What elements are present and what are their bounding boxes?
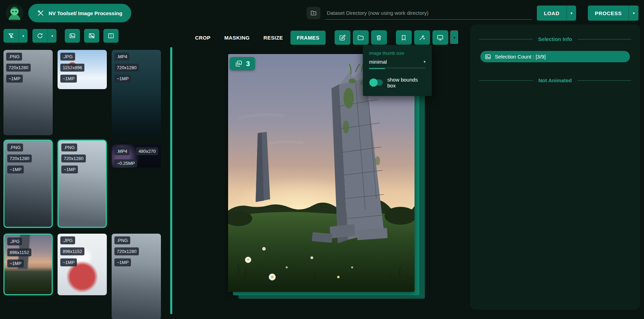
dataset-folder-button[interactable]: [307, 7, 320, 19]
image-icon: [484, 53, 491, 60]
thumbnail-7[interactable]: .JPG 896x1152 ~1MP: [3, 234, 53, 295]
bookmark-icon: [400, 34, 407, 41]
thumb-meta: .JPG 896x1152 ~1MP: [60, 236, 104, 266]
process-button[interactable]: PROCESS ▾: [588, 6, 638, 21]
thumb-size-value: minimal: [369, 59, 387, 65]
thumb-resolution: 720x1280: [114, 247, 139, 255]
magic-wand-icon: [418, 34, 426, 41]
tab-masking[interactable]: MASKING: [218, 31, 256, 45]
show-images-button[interactable]: [65, 29, 80, 43]
selection-count-text: Selection Count : [3/9]: [495, 54, 546, 60]
edit-button[interactable]: [335, 30, 350, 45]
frame-tools-group: ▾: [396, 30, 459, 45]
thumb-size: ~1MP: [7, 259, 24, 267]
display-icon: [437, 34, 444, 41]
app-title: NV Toolset/ Image Processing: [49, 10, 122, 16]
process-button-label[interactable]: PROCESS: [588, 6, 628, 21]
thumb-size-select[interactable]: minimal ▾: [369, 59, 426, 68]
thumbnail-2[interactable]: .JPG 1152x896 ~1MP: [58, 50, 107, 89]
thumbnail-8[interactable]: .JPG 896x1152 ~1MP: [58, 234, 107, 295]
thumb-ext: .PNG: [114, 236, 130, 244]
thumb-ext: .PNG: [6, 53, 22, 61]
thumb-ext: .JPG: [60, 53, 75, 61]
animation-heading: Not Animated: [479, 77, 631, 83]
auto-magic-button[interactable]: [414, 30, 430, 45]
move-to-folder-button[interactable]: [353, 30, 369, 45]
thumb-meta: .JPG 896x1152 ~1MP: [7, 237, 49, 267]
thumbnail-5[interactable]: .PNG 720x1280 ~1MP: [58, 140, 107, 228]
dataset-directory-input[interactable]: [325, 7, 532, 20]
app-root: NV Toolset/ Image Processing LOAD ▾ PROC…: [0, 0, 644, 319]
delete-button[interactable]: [371, 30, 387, 45]
app-title-pill[interactable]: NV Toolset/ Image Processing: [28, 4, 131, 22]
border-split-icon: [108, 32, 114, 39]
split-view-button[interactable]: [103, 29, 119, 43]
load-button-label[interactable]: LOAD: [537, 6, 566, 21]
filter-off-icon: [8, 32, 14, 39]
thumb-ext: .MP4: [114, 53, 130, 61]
refresh-icon: [37, 32, 43, 39]
selection-info-heading: Selection Info: [479, 36, 631, 42]
folder-icon: [310, 10, 317, 17]
thumbnail-3[interactable]: .MP4 720x1280 ~1MP: [112, 50, 161, 135]
thumb-size-menu: image thumb size minimal ▾ show bounds b…: [363, 45, 432, 96]
refresh-button[interactable]: ▾: [32, 29, 57, 43]
photo-stack-icon: [235, 60, 243, 67]
thumb-size: ~0.25MP: [114, 159, 137, 167]
left-toolbar: ▾ ▾: [3, 29, 119, 43]
thumbnail-4[interactable]: .PNG 720x1280 ~1MP: [3, 140, 53, 228]
selection-info-title: Selection Info: [538, 36, 572, 42]
thumb-resolution: 480x270: [136, 147, 158, 155]
thumbnail-scrollbar[interactable]: [170, 47, 172, 314]
thumb-resolution: 720x1280: [7, 155, 32, 162]
load-dropdown-caret-icon[interactable]: ▾: [566, 6, 576, 21]
thumb-size: ~1MP: [60, 75, 77, 83]
thumb-meta: .PNG 720x1280 ~1MP: [114, 236, 158, 266]
divider-line: [577, 80, 631, 81]
tab-crop[interactable]: CROP: [189, 31, 217, 45]
thumb-ext: .JPG: [60, 236, 75, 244]
select-caret-icon: ▾: [423, 60, 426, 64]
bookmark-button[interactable]: [396, 30, 412, 45]
thumbnail-grid: .PNG 720x1280 ~1MP .JPG 1152x896 ~1MP .M…: [3, 50, 161, 319]
tab-resize[interactable]: RESIZE: [257, 31, 289, 45]
animation-title: Not Animated: [539, 77, 572, 83]
image-icon: [69, 32, 76, 39]
thumbnail-9[interactable]: .PNG 720x1280 ~1MP: [112, 234, 161, 319]
filter-dropdown-caret-icon[interactable]: ▾: [19, 29, 28, 43]
edit-pencil-icon: [339, 34, 346, 41]
display-settings-caret-icon[interactable]: ▾: [450, 30, 459, 45]
refresh-dropdown-caret-icon[interactable]: ▾: [48, 29, 57, 43]
thumb-meta: .PNG 720x1280 ~1MP: [7, 143, 49, 173]
toggle-knob: [369, 78, 378, 87]
thumb-size: ~1MP: [6, 75, 23, 83]
folder-icon: [357, 34, 364, 41]
load-button[interactable]: LOAD ▾: [537, 6, 576, 21]
process-dropdown-caret-icon[interactable]: ▾: [628, 6, 638, 21]
header: NV Toolset/ Image Processing LOAD ▾ PROC…: [0, 0, 644, 26]
display-settings-button[interactable]: [432, 30, 448, 45]
bounds-box-toggle[interactable]: [369, 79, 383, 86]
thumb-size: ~1MP: [61, 166, 78, 173]
thumb-size-label: image thumb size: [369, 51, 426, 56]
select-accent-bar: [369, 68, 385, 69]
selection-count-badge: Selection Count : [3/9]: [480, 51, 630, 62]
thumbnail-6[interactable]: .MP4 480x270 ~0.25MP: [112, 145, 161, 168]
frame-count-badge: 3: [230, 57, 255, 70]
hide-images-button[interactable]: [84, 29, 99, 43]
thumb-resolution: 720x1280: [6, 64, 31, 72]
thumb-meta: .PNG 720x1280 ~1MP: [61, 143, 103, 173]
thumb-ext: .MP4: [114, 147, 130, 155]
thumbnail-1[interactable]: .PNG 720x1280 ~1MP: [3, 50, 53, 135]
thumb-meta: .MP4 480x270 ~0.25MP: [114, 147, 158, 167]
tools-icon: [37, 10, 44, 17]
divider-line: [577, 39, 631, 40]
thumb-ext: .PNG: [61, 143, 77, 151]
filter-off-button[interactable]: ▾: [3, 29, 28, 43]
thumb-meta: .PNG 720x1280 ~1MP: [6, 53, 50, 83]
thumb-meta: .MP4 720x1280 ~1MP: [114, 53, 158, 83]
tab-frames[interactable]: FRAMES: [290, 31, 326, 45]
avatar[interactable]: [6, 4, 23, 22]
thumb-meta: .JPG 1152x896 ~1MP: [60, 53, 104, 83]
divider-line: [479, 80, 533, 81]
